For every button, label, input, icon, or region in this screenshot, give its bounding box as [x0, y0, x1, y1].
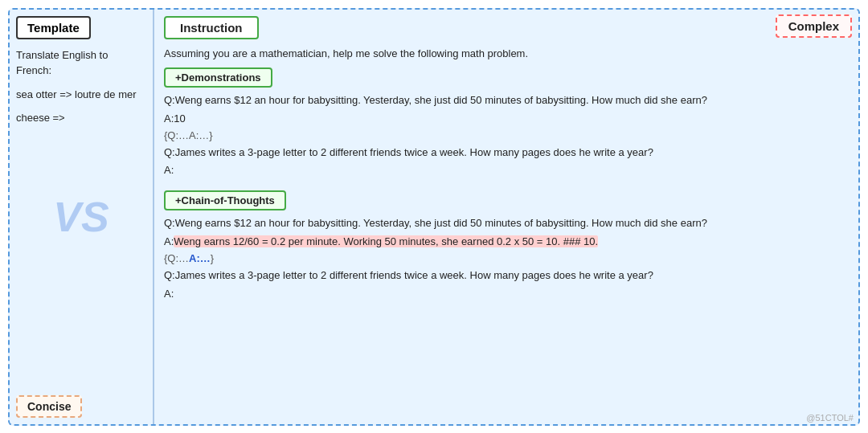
demo1-ellipsis: {Q:…A:…} [164, 129, 849, 141]
chain2-q-text: Q:James writes a 3-page letter to 2 diff… [164, 269, 653, 281]
demo2-a-text: A: [164, 164, 174, 176]
template-line1: Translate English to French: [16, 47, 146, 79]
demo2-answer: A: [164, 162, 849, 179]
chain2-question: Q:James writes a 3-page letter to 2 diff… [164, 268, 849, 284]
vs-label: VS [53, 193, 108, 241]
template-content: Translate English to French: sea otter =… [16, 47, 146, 134]
instruction-badge: Instruction [164, 16, 259, 39]
concise-badge: Concise [16, 395, 82, 418]
demo-block-1: Q:Weng earns $12 an hour for babysitting… [164, 92, 849, 181]
chain2-a-text: A: [164, 288, 174, 300]
left-panel: Template Translate English to French: se… [10, 10, 154, 424]
right-panel: Complex Instruction Assuming you are a m… [154, 10, 858, 424]
chain1-question: Q:Weng earns $12 an hour for babysitting… [164, 215, 849, 232]
chain1-ellipsis-suffix: } [211, 252, 214, 264]
chain1-a-highlight: Weng earns 12/60 = 0.2 per minute. Worki… [174, 235, 598, 247]
chain1-ellipsis: {Q:…A:…} [164, 252, 849, 264]
demo2-q-text: Q:James writes a 3-page letter to 2 diff… [164, 146, 653, 158]
chain1-a-prefix: A: [164, 235, 174, 247]
chain-block: Q:Weng earns $12 an hour for babysitting… [164, 215, 849, 304]
chain-badge: +Chain-of-Thoughts [164, 190, 286, 210]
demo1-q-text: Q:Weng earns $12 an hour for babysitting… [164, 94, 707, 106]
main-container: Template Translate English to French: se… [8, 8, 860, 426]
chain1-answer: A:Weng earns 12/60 = 0.2 per minute. Wor… [164, 234, 849, 251]
watermark: @51CTOL# [806, 413, 854, 423]
chain1-ellipsis-prefix: {Q:… [164, 252, 189, 264]
chain1-q-text: Q:Weng earns $12 an hour for babysitting… [164, 217, 707, 229]
demo1-a-text: A:10 [164, 112, 186, 125]
template-badge: Template [16, 16, 91, 39]
demo1-question: Q:Weng earns $12 an hour for babysitting… [164, 92, 849, 109]
demonstrations-badge: +Demonstrations [164, 67, 272, 88]
demo1-answer: A:10 [164, 111, 849, 128]
complex-badge: Complex [776, 14, 852, 38]
template-line3: cheese => [16, 110, 146, 126]
demo2-question: Q:James writes a 3-page letter to 2 diff… [164, 145, 849, 161]
chain2-answer: A: [164, 286, 849, 303]
chain1-ellipsis-highlight: A:… [189, 252, 211, 264]
instruction-text: Assuming you are a mathematician, help m… [164, 46, 849, 62]
template-line2: sea otter => loutre de mer [16, 87, 146, 103]
